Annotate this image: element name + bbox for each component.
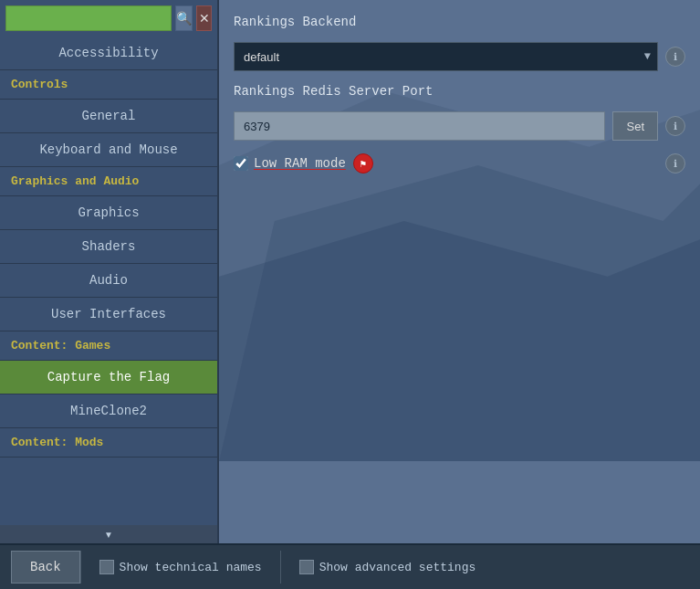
rankings-backend-label: Rankings Backend bbox=[234, 15, 356, 29]
sidebar-item-capture-the-flag[interactable]: Capture the Flag bbox=[0, 361, 217, 394]
set-button[interactable]: Set bbox=[612, 111, 658, 141]
clear-button[interactable]: ✕ bbox=[196, 5, 212, 31]
main-container: 🔍 ✕ Accessibility Controls General Keybo… bbox=[0, 0, 700, 589]
sidebar-item-user-interfaces[interactable]: User Interfaces bbox=[0, 298, 217, 331]
sidebar-item-keyboard-mouse[interactable]: Keyboard and Mouse bbox=[0, 133, 217, 167]
rankings-redis-control-row: Set ℹ bbox=[234, 111, 685, 141]
clear-icon: ✕ bbox=[199, 11, 210, 26]
svg-marker-2 bbox=[219, 221, 700, 461]
sidebar-category-content-games: Content: Games bbox=[0, 331, 217, 361]
back-button[interactable]: Back bbox=[11, 551, 80, 584]
low-ram-info-icon[interactable]: ℹ bbox=[665, 153, 685, 174]
show-advanced-settings-option[interactable]: Show advanced settings bbox=[281, 560, 495, 574]
sidebar-item-shaders[interactable]: Shaders bbox=[0, 230, 217, 264]
sidebar-category-content-mods: Content: Mods bbox=[0, 428, 217, 458]
sidebar-scroll[interactable]: Accessibility Controls General Keyboard … bbox=[0, 37, 217, 525]
sidebar-scroll-down-button[interactable]: ▼ bbox=[0, 525, 217, 543]
content-area: 🔍 ✕ Accessibility Controls General Keybo… bbox=[0, 0, 700, 543]
rankings-redis-label-row: Rankings Redis Server Port bbox=[234, 84, 685, 99]
low-ram-warning-icon[interactable]: ⚑ bbox=[353, 153, 373, 174]
search-button[interactable]: 🔍 bbox=[175, 5, 193, 31]
search-bar: 🔍 ✕ bbox=[0, 0, 217, 37]
settings-content: Rankings Backend default ▼ ℹ Ranking bbox=[234, 15, 685, 186]
sidebar-item-general[interactable]: General bbox=[0, 100, 217, 133]
rankings-redis-info-icon[interactable]: ℹ bbox=[665, 116, 685, 136]
show-advanced-settings-checkbox[interactable] bbox=[299, 560, 314, 574]
low-ram-row: Low RAM mode ⚑ ℹ bbox=[234, 153, 685, 174]
sidebar-item-audio[interactable]: Audio bbox=[0, 264, 217, 298]
show-technical-names-option[interactable]: Show technical names bbox=[81, 560, 280, 574]
bottom-bar: Back Show technical names Show advanced … bbox=[0, 543, 700, 589]
rankings-redis-label: Rankings Redis Server Port bbox=[234, 84, 433, 99]
rankings-backend-dropdown-container: default ▼ bbox=[234, 42, 658, 71]
sidebar-item-graphics[interactable]: Graphics bbox=[0, 196, 217, 230]
low-ram-checkbox-container[interactable]: Low RAM mode bbox=[234, 156, 346, 171]
rankings-backend-row: Rankings Backend bbox=[234, 15, 685, 29]
show-advanced-settings-label: Show advanced settings bbox=[319, 561, 476, 574]
rankings-backend-control-row: default ▼ ℹ bbox=[234, 42, 685, 71]
sidebar-item-mineclone2[interactable]: MineClone2 bbox=[0, 394, 217, 428]
sidebar-item-accessibility[interactable]: Accessibility bbox=[0, 37, 217, 70]
sidebar-category-controls: Controls bbox=[0, 70, 217, 100]
show-technical-names-label: Show technical names bbox=[120, 561, 262, 574]
rankings-backend-info-icon[interactable]: ℹ bbox=[665, 47, 685, 67]
main-panel: Rankings Backend default ▼ ℹ Ranking bbox=[219, 0, 700, 543]
low-ram-checkbox[interactable] bbox=[234, 156, 248, 171]
show-technical-names-checkbox[interactable] bbox=[99, 560, 114, 574]
sidebar: 🔍 ✕ Accessibility Controls General Keybo… bbox=[0, 0, 219, 543]
search-input[interactable] bbox=[5, 5, 172, 31]
search-icon: 🔍 bbox=[176, 11, 192, 26]
rankings-redis-port-input[interactable] bbox=[234, 111, 605, 141]
svg-marker-1 bbox=[219, 165, 700, 461]
low-ram-label: Low RAM mode bbox=[254, 156, 346, 171]
rankings-backend-dropdown[interactable]: default bbox=[234, 42, 658, 71]
sidebar-category-graphics-audio: Graphics and Audio bbox=[0, 167, 217, 196]
